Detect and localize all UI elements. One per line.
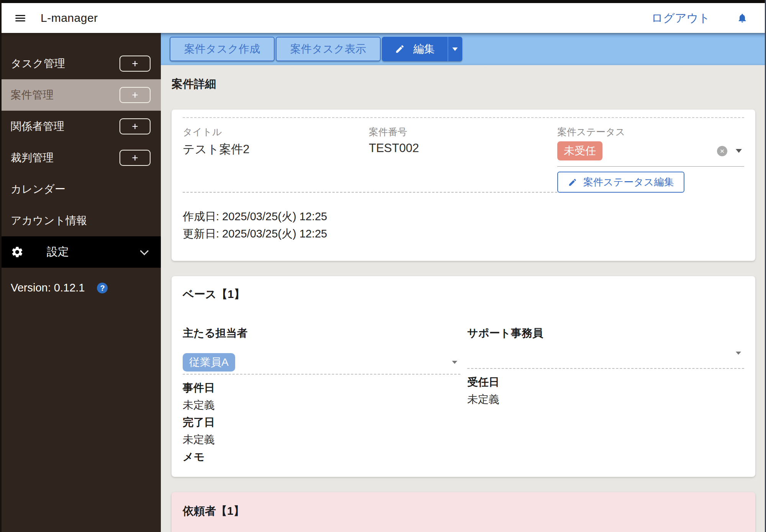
case-title-field: タイトル テスト案件2: [183, 126, 369, 187]
version-text: Version: 0.12.1: [11, 282, 85, 294]
sidebar-item-task-management[interactable]: タスク管理 +: [0, 48, 161, 79]
caret-down-icon: [452, 361, 457, 364]
sidebar-item-trial-management[interactable]: 裁判管理 +: [0, 142, 161, 174]
case-number-value: TEST002: [369, 141, 557, 155]
main-assignee-select[interactable]: 従業員A: [183, 351, 460, 375]
window-frame-left: [0, 0, 2, 532]
caret-down-icon: [736, 352, 741, 355]
version-row: Version: 0.12.1 ?: [0, 282, 161, 294]
sidebar-item-case-management[interactable]: 案件管理 +: [0, 79, 161, 111]
status-edit-button[interactable]: 案件ステータス編集: [557, 172, 684, 193]
case-title-fields: タイトル テスト案件2 案件番号 TEST002: [183, 126, 557, 193]
pencil-icon: [395, 44, 405, 54]
add-trial-button[interactable]: +: [119, 150, 151, 166]
show-case-task-button[interactable]: 案件タスク表示: [276, 37, 381, 61]
window-frame-top: [0, 0, 766, 3]
edit-split-button: 編集: [382, 37, 462, 61]
status-edit-label: 案件ステータス編集: [583, 175, 674, 189]
case-title-label: タイトル: [183, 126, 369, 138]
main-assignee-label: 主たる担当者: [183, 326, 460, 340]
clear-status-button[interactable]: ✕: [717, 146, 727, 156]
sidebar-item-account-info[interactable]: アカウント情報: [0, 205, 161, 236]
app-window: L-manager ログアウト タスク管理 + 案件管理 + 関係者管理 + 裁…: [0, 0, 766, 532]
incident-date-label: 事件日: [183, 379, 460, 396]
edit-button-label: 編集: [413, 42, 435, 56]
sidebar-item-calendar[interactable]: カレンダー: [0, 174, 161, 205]
sidebar-item-label: 関係者管理: [11, 119, 64, 134]
settings-label: 設定: [47, 244, 69, 260]
acceptance-date-label: 受任日: [467, 373, 744, 391]
base-card-heading: ベース【1】: [183, 287, 744, 302]
caret-down-icon: [736, 149, 742, 153]
sidebar-item-label: アカウント情報: [11, 213, 87, 228]
client-card-heading: 依頼者【1】: [183, 504, 744, 519]
status-badge: 未受任: [557, 141, 602, 160]
base-left-column: 主たる担当者 従業員A 事件日 未定義 完了日 未定義 メモ: [183, 326, 460, 465]
add-case-button[interactable]: +: [119, 87, 151, 103]
sidebar: タスク管理 + 案件管理 + 関係者管理 + 裁判管理 + カレンダー アカウン…: [0, 33, 161, 532]
create-case-task-button[interactable]: 案件タスク作成: [170, 37, 275, 61]
case-number-label: 案件番号: [369, 126, 557, 138]
menu-button[interactable]: [15, 13, 25, 23]
case-title-value: テスト案件2: [183, 141, 369, 157]
assignee-chip: 従業員A: [183, 353, 235, 372]
case-status-select[interactable]: 未受任 ✕: [557, 141, 744, 167]
edit-dropdown-button[interactable]: [448, 37, 462, 61]
base-card: ベース【1】 主たる担当者 従業員A 事件日 未定義 完了日 未定義 メモ: [172, 276, 755, 477]
gear-icon: [11, 246, 24, 259]
app-header: L-manager ログアウト: [0, 3, 766, 33]
sidebar-item-party-management[interactable]: 関係者管理 +: [0, 111, 161, 142]
created-date-text: 作成日: 2025/03/25(火) 12:25: [183, 208, 744, 225]
sidebar-item-label: 案件管理: [11, 88, 54, 102]
case-toolbar: 案件タスク作成 案件タスク表示 編集: [161, 33, 765, 65]
sidebar-item-settings[interactable]: 設定: [0, 236, 161, 268]
edit-button[interactable]: 編集: [382, 37, 448, 61]
page-title: 案件詳細: [172, 77, 755, 92]
sidebar-item-label: 裁判管理: [11, 151, 54, 165]
add-task-button[interactable]: +: [119, 56, 151, 72]
completion-date-label: 完了日: [183, 414, 460, 431]
case-detail-card: タイトル テスト案件2 案件番号 TEST002 案件ステータス 未受任 ✕: [172, 110, 755, 261]
incident-date-value: 未定義: [183, 396, 460, 414]
updated-date-text: 更新日: 2025/03/25(火) 12:25: [183, 225, 744, 242]
logout-link[interactable]: ログアウト: [651, 10, 710, 26]
memo-label: メモ: [183, 448, 460, 465]
base-right-column: サポート事務員 受任日 未定義: [467, 326, 744, 465]
sidebar-item-label: カレンダー: [11, 182, 65, 196]
divider: [183, 117, 744, 118]
support-clerk-select[interactable]: [467, 351, 744, 369]
completion-date-value: 未定義: [183, 431, 460, 448]
acceptance-date-value: 未定義: [467, 391, 744, 408]
case-number-field: 案件番号 TEST002: [369, 126, 557, 187]
case-status-label: 案件ステータス: [557, 126, 744, 138]
client-card: 依頼者【1】 依頼者: [172, 492, 755, 532]
pencil-icon: [568, 178, 577, 187]
chevron-down-icon: [140, 247, 149, 255]
notifications-bell-icon[interactable]: [737, 12, 748, 24]
app-title: L-manager: [41, 11, 98, 25]
main-content: 案件詳細 タイトル テスト案件2 案件番号 TEST002 案件ステータス: [161, 65, 765, 532]
help-icon[interactable]: ?: [97, 283, 108, 293]
case-status-field: 案件ステータス 未受任 ✕ 案件ステータス編集: [557, 126, 744, 193]
sidebar-item-label: タスク管理: [11, 56, 65, 71]
caret-down-icon: [452, 47, 458, 51]
support-clerk-label: サポート事務員: [467, 326, 744, 340]
add-party-button[interactable]: +: [119, 118, 151, 134]
